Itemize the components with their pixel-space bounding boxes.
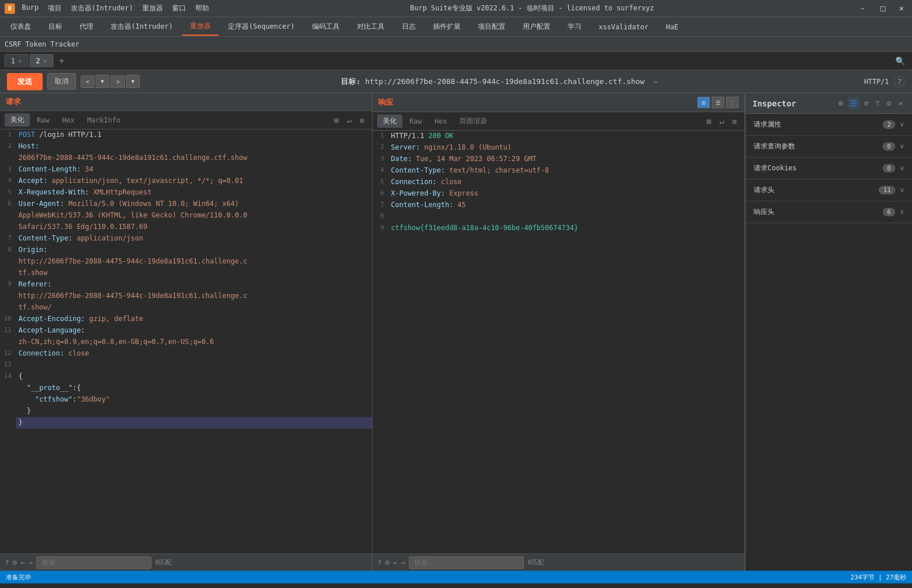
nav-repeater[interactable]: 重放器 [182, 18, 219, 36]
menu-help[interactable]: 帮助 [195, 3, 209, 13]
tab-2[interactable]: 2 × [29, 54, 53, 67]
status-left: 准备完毕 [6, 573, 31, 582]
maximize-button[interactable]: □ [877, 3, 888, 14]
minimize-button[interactable]: － [855, 3, 870, 14]
menu-burp[interactable]: Burp [22, 3, 39, 13]
tab-1-close[interactable]: × [18, 58, 22, 64]
request-icon-menu[interactable]: ≡ [357, 114, 367, 126]
response-tab-raw[interactable]: Raw [404, 116, 428, 127]
response-forward-icon[interactable]: → [401, 558, 405, 567]
inspector-settings-icon[interactable]: ⚙ [884, 98, 894, 109]
tab-search-icon[interactable]: 🔍 [893, 54, 907, 68]
request-tab-hex[interactable]: Hex [56, 114, 81, 126]
inspector-section-header-request-headers[interactable]: 请求头 11 ∨ [746, 180, 912, 201]
menu-intruder[interactable]: 攻击器(Intruder) [71, 3, 133, 13]
target-edit-icon[interactable]: ✏️ [653, 77, 658, 86]
response-icon-ln[interactable]: ↵ [716, 116, 727, 127]
response-back-icon[interactable]: ← [393, 558, 398, 567]
request-help-icon[interactable]: ? [5, 558, 9, 567]
response-code-area: 1 HTTP/1.1 200 OK 2 Server: nginx/1.18.0… [373, 131, 744, 553]
request-tab-pretty[interactable]: 美化 [5, 113, 30, 127]
request-panel-header: 请求 [0, 93, 372, 111]
help-button[interactable]: ? [894, 76, 905, 87]
request-panel-tabs: 美化 Raw Hex MarkInfo ⊞ ↵ ≡ [0, 111, 372, 129]
next-button[interactable]: > [111, 75, 124, 88]
nav-sequencer[interactable]: 定序器(Sequencer) [220, 18, 302, 35]
response-bottom-bar: ? ⚙ ← → 0匹配 [373, 553, 744, 571]
inspector-section-request-headers: 请求头 11 ∨ [746, 180, 912, 201]
inspector-align-icon[interactable]: ≡ [862, 98, 871, 109]
inspector-section-count-request-headers: 11 [879, 186, 895, 194]
response-tab-render[interactable]: 页面渲染 [454, 114, 493, 128]
nav-xssvalidator[interactable]: xssValidator [591, 20, 657, 35]
response-settings-icon[interactable]: ⚙ [385, 558, 390, 567]
response-line-7: 7 Content-Length: 45 [373, 200, 744, 211]
request-icon-grid[interactable]: ⊞ [331, 114, 341, 126]
nav-hae[interactable]: HaE [658, 20, 686, 35]
response-icon-menu[interactable]: ≡ [729, 116, 740, 127]
inspector-section-title-request-attrs: 请求属性 [754, 120, 883, 129]
request-tab-raw[interactable]: Raw [31, 114, 55, 126]
request-search-input[interactable] [36, 556, 151, 569]
menu-repeater[interactable]: 重放器 [142, 3, 163, 13]
nav-extensions[interactable]: 插件扩展 [425, 18, 469, 35]
response-tab-hex[interactable]: Hex [429, 116, 453, 127]
request-forward-icon[interactable]: → [28, 558, 33, 567]
response-help-icon[interactable]: ? [377, 558, 382, 567]
nav-dashboard[interactable]: 仪表盘 [2, 18, 39, 35]
nav-intruder[interactable]: 攻击器(Intruder) [102, 18, 181, 35]
send-button[interactable]: 发送 [7, 73, 43, 90]
prev-down-button[interactable]: ▾ [96, 75, 109, 88]
nav-logger[interactable]: 日志 [394, 18, 424, 35]
request-line-4: 3 Content-Length: 34 [0, 164, 372, 175]
request-back-icon[interactable]: ← [21, 558, 25, 567]
nav-comparer[interactable]: 对比工具 [349, 18, 393, 35]
request-line-3: 2606f7be-2088-4475-944c-19de8a191c61.cha… [0, 152, 372, 164]
request-line-10c: tf.show/ [0, 302, 372, 314]
nav-learn[interactable]: 学习 [560, 18, 590, 35]
nav-encoder[interactable]: 编码工具 [304, 18, 348, 35]
inspector-chevron-response-headers: ∨ [900, 208, 904, 216]
response-tab-pretty[interactable]: 美化 [377, 114, 402, 128]
cancel-button[interactable]: 取消 [47, 73, 76, 90]
response-line-2: 2 Server: nginx/1.18.0 (Ubuntu) [373, 142, 744, 154]
request-icon-ln[interactable]: ↵ [344, 114, 354, 126]
view-toggle-horizontal[interactable]: ☰ [712, 97, 724, 108]
request-settings-icon[interactable]: ⚙ [13, 558, 17, 567]
nav-proxy[interactable]: 代理 [71, 18, 101, 35]
inspector-split-icon[interactable]: ⊤ [873, 98, 883, 109]
tab-2-close[interactable]: × [44, 58, 47, 64]
menu-window[interactable]: 窗口 [172, 3, 186, 13]
inspector-section-header-request-attrs[interactable]: 请求属性 2 ∨ [746, 114, 912, 135]
response-search-input[interactable] [409, 556, 524, 569]
inspector-grid-icon[interactable]: ⊞ [837, 98, 846, 109]
tab-1[interactable]: 1 × [5, 54, 28, 67]
nav-user-options[interactable]: 用户配置 [515, 18, 558, 35]
response-icon-grid[interactable]: ⊞ [704, 116, 714, 127]
title-bar: B Burp 项目 攻击器(Intruder) 重放器 窗口 帮助 Burp S… [0, 0, 912, 17]
request-code-area: 1 POST /login HTTP/1.1 2 Host: 2606f7be-… [0, 129, 372, 553]
csrf-tracker-label: CSRF Token Tracker [5, 40, 79, 48]
view-toggle-vertical[interactable]: ⋮ [726, 97, 739, 108]
add-tab-button[interactable]: + [55, 53, 70, 68]
inspector-close-icon[interactable]: ✕ [896, 98, 905, 109]
nav-target[interactable]: 目标 [40, 18, 70, 35]
prev-button[interactable]: < [81, 75, 94, 88]
request-tab-markinfo[interactable]: MarkInfo [81, 114, 126, 126]
next-down-button[interactable]: ▾ [126, 75, 140, 88]
request-line-6: 5 X-Requested-With: XMLHttpRequest [0, 187, 372, 198]
close-button[interactable]: ✕ [896, 3, 907, 14]
inspector-section-header-response-headers[interactable]: 响应头 6 ∨ [746, 201, 912, 223]
menu-project[interactable]: 项目 [48, 3, 62, 13]
inspector-section-header-cookies[interactable]: 请求Cookies 0 ∨ [746, 158, 912, 179]
inspector-section-count-response-headers: 6 [883, 208, 896, 216]
nav-project-options[interactable]: 项目配置 [470, 18, 514, 35]
inspector-section-title-response-headers: 响应头 [754, 207, 883, 217]
inspector-section-header-query-params[interactable]: 请求查询参数 0 ∨ [746, 136, 912, 157]
view-toggle-split[interactable]: ⊞ [697, 97, 710, 108]
inspector-list-icon[interactable]: ☰ [848, 98, 860, 109]
inspector-panel: Inspector ⊞ ☰ ≡ ⊤ ⚙ ✕ 请求属性 2 ∨ 请求查询参数 0 … [745, 93, 912, 571]
inspector-chevron-request-headers: ∨ [900, 186, 904, 194]
inspector-section-count-query-params: 0 [883, 142, 896, 151]
request-line-9: 8 Origin: [0, 245, 372, 256]
